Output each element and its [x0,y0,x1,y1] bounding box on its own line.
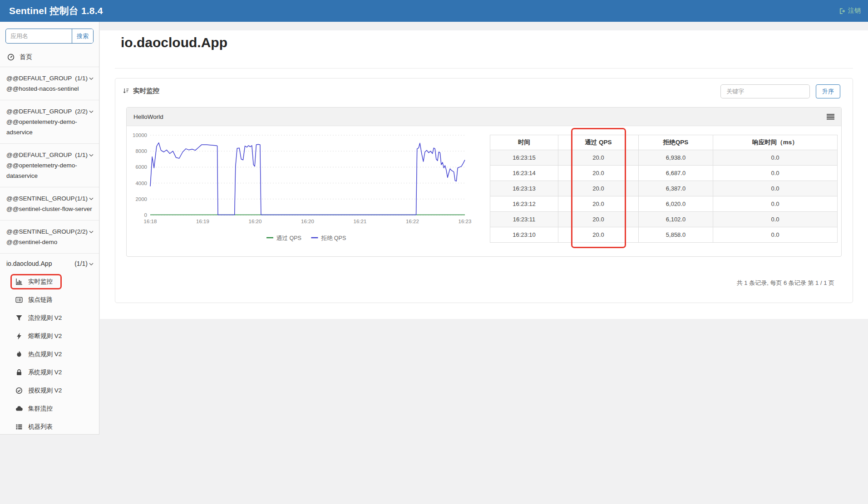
menu-label: 实时监控 [28,278,53,286]
column-header-time: 时间 [490,135,558,150]
dashboard-icon [7,54,15,61]
group-label: @@DEFAULT_GROUP@@hosted-nacos-sentinel [6,75,79,92]
table-cell: 20.0 [558,166,639,181]
table-cell: 20.0 [558,150,639,166]
group-count: (1/1) [75,193,88,204]
y-tick-label: 6000 [135,164,147,170]
check-circle-icon [15,387,23,394]
x-tick-label: 16:20 [301,219,314,224]
filter-icon [15,314,23,322]
sign-out-icon [839,8,846,15]
sidebar-group-opentelemetry-demo-dataservice[interactable]: (1/1) @@DEFAULT_GROUP@@opentelemetry-dem… [0,144,99,187]
sidebar-item-realtime-monitor[interactable]: 实时监控 [0,273,99,291]
app-label: io.daocloud.App [6,260,52,267]
chevron-down-icon [89,73,94,83]
table-cell: 20.0 [558,212,639,227]
home-label: 首页 [20,53,32,61]
app-title: Sentinel 控制台 1.8.4 [0,5,103,17]
sidebar-app-io-daocloud-App[interactable]: (1/1) io.daocloud.App [0,254,99,273]
app-search-input[interactable] [6,29,72,43]
chevron-down-icon [89,226,94,237]
group-count: (2/2) [75,106,88,117]
table-row: 16:23:1120.06,102.00.0 [490,212,838,227]
resource-card-helloworld: HelloWorld 020004000600080001000016:1816… [126,107,842,257]
table-cell: 6,687.0 [639,166,713,181]
y-tick-label: 2000 [135,196,147,202]
sidebar-item-cluster-link[interactable]: 簇点链路 [0,291,99,309]
x-tick-label: 16:23 [459,219,472,224]
panel-header: 实时监控 升序 [115,78,853,102]
chevron-down-icon [89,193,94,204]
group-label: @@SENTINEL_GROUP@@sentinel-demo [6,228,74,245]
column-header-rt: 响应时间（ms） [713,135,838,150]
panel-title: 实时监控 [133,87,159,95]
ascending-sort-button[interactable]: 升序 [816,84,840,98]
legend-label: 拒绝 QPS [321,235,346,241]
chevron-down-icon [89,150,94,160]
table-cell: 16:23:12 [490,196,558,212]
y-tick-label: 0 [144,212,147,218]
table-cell: 6,020.0 [639,196,713,212]
cluster-link-icon [15,296,23,303]
list-toggle-icon[interactable] [827,114,834,120]
sidebar-item-authority-rules-v2[interactable]: 授权规则 V2 [0,382,99,400]
menu-label: 流控规则 V2 [28,314,62,322]
app-count: (1/1) [74,259,88,268]
x-tick-label: 16:22 [406,219,419,224]
menu-label: 热点规则 V2 [28,350,62,358]
sidebar-item-cluster-flow[interactable]: 集群流控 [0,400,99,418]
sidebar-item-home[interactable]: 首页 [0,48,99,67]
pagination-summary: 共 1 条记录, 每页 6 条记录 第 1 / 1 页 [737,279,834,287]
table-row: 16:23:1320.06,387.00.0 [490,181,838,196]
machine-list-icon [15,423,23,431]
chevron-down-icon [89,259,94,268]
table-cell: 16:23:11 [490,212,558,227]
table-cell: 0.0 [713,212,838,227]
table-cell: 20.0 [558,227,639,243]
y-tick-label: 4000 [135,181,147,186]
sidebar-item-machine-list[interactable]: 机器列表 [0,418,99,436]
sidebar-item-degrade-rules-v2[interactable]: 熔断规则 V2 [0,327,99,345]
y-tick-label: 10000 [133,132,147,138]
qps-table-body: 16:23:1520.06,938.00.016:23:1420.06,687.… [490,150,838,243]
navbar: Sentinel 控制台 1.8.4 注销 [0,0,868,22]
resource-card-header: HelloWorld [127,108,841,126]
column-header-block-qps: 拒绝QPS [639,135,713,150]
table-cell: 0.0 [713,150,838,166]
table-row: 16:23:1420.06,687.00.0 [490,166,838,181]
menu-label: 集群流控 [28,405,53,413]
table-cell: 16:23:15 [490,150,558,166]
logout-button[interactable]: 注销 [839,0,861,22]
x-tick-label: 16:19 [196,219,209,224]
app-search-group: 搜索 [5,29,94,44]
cloud-icon [15,405,23,412]
table-cell: 0.0 [713,227,838,243]
menu-label: 熔断规则 V2 [28,332,62,340]
table-cell: 5,858.0 [639,227,713,243]
table-cell: 20.0 [558,196,639,212]
table-cell: 20.0 [558,181,639,196]
sidebar-item-system-rules-v2[interactable]: 系统规则 V2 [0,363,99,382]
table-cell: 0.0 [713,181,838,196]
x-tick-label: 16:20 [249,219,262,224]
y-tick-label: 8000 [135,148,147,154]
title-divider [115,68,853,69]
keyword-input[interactable] [720,84,810,98]
page-title: io.daocloud.App [121,34,868,51]
group-count: (1/1) [75,73,88,83]
sidebar-item-param-rules-v2[interactable]: 热点规则 V2 [0,345,99,363]
sidebar-group-sentinel-cluster-flow-server[interactable]: (1/1) @@SENTINEL_GROUP@@sentinel-cluster… [0,187,99,220]
reject-qps-line [150,143,465,215]
qps-table: 时间 通过 QPS 拒绝QPS 响应时间（ms） 16:23:1520.06,9… [490,135,838,243]
sidebar-group-hosted-nacos-sentinel[interactable]: (1/1) @@DEFAULT_GROUP@@hosted-nacos-sent… [0,67,99,100]
app-submenu: 实时监控 簇点链路 流控规则 V2 熔断规则 V2 热点规则 V2 [0,273,99,439]
main-content: io.daocloud.App 实时监控 升序 HelloWorld [100,30,868,319]
sidebar-group-opentelemetry-demo-adservice[interactable]: (2/2) @@DEFAULT_GROUP@@opentelemetry-dem… [0,100,99,144]
sidebar-item-flow-rules-v2[interactable]: 流控规则 V2 [0,309,99,327]
search-button[interactable]: 搜索 [72,29,93,43]
menu-label: 授权规则 V2 [28,387,62,395]
sidebar-group-sentinel-demo[interactable]: (2/2) @@SENTINEL_GROUP@@sentinel-demo [0,220,99,254]
resource-name: HelloWorld [133,113,163,120]
resource-card-body: 020004000600080001000016:1816:1916:2016:… [127,126,841,257]
sidebar: 搜索 首页 (1/1) @@DEFAULT_GROUP@@hosted-naco… [0,22,99,435]
